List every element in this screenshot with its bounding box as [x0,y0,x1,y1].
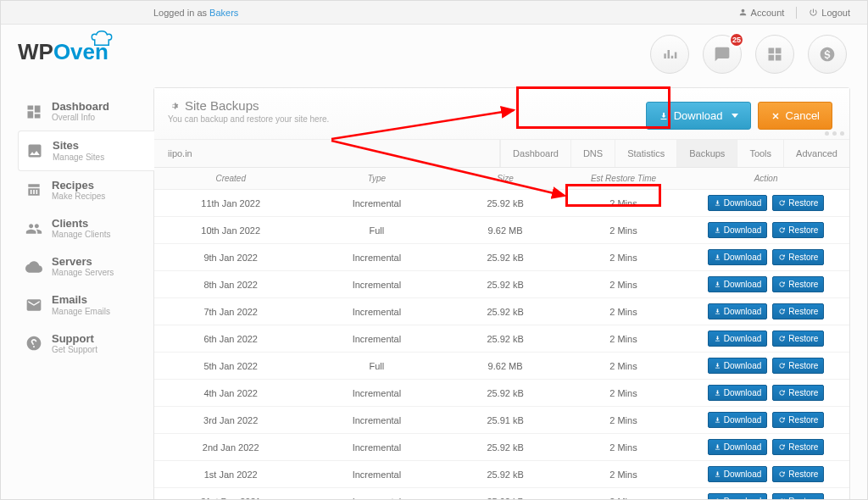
row-download-button[interactable]: Download [708,249,767,265]
cancel-label: Cancel [786,109,820,122]
circle-btn-stats[interactable] [650,35,689,74]
row-restore-button[interactable]: Restore [772,276,824,292]
chefhat-icon [90,29,114,51]
circle-btn-grid[interactable] [755,35,794,74]
download-label: Download [674,109,723,122]
th-time: Est Restore Time [565,168,682,190]
circle-btn-billing[interactable] [808,35,847,74]
cloud-icon [25,258,43,276]
cell-type: Incremental [307,190,446,217]
row-restore-button[interactable]: Restore [772,385,824,401]
row-download-button[interactable]: Download [708,466,767,482]
row-download-button[interactable]: Download [708,331,767,347]
account-link[interactable]: Account [738,8,785,18]
row-download-button[interactable]: Download [708,358,767,374]
cell-size: 9.62 MB [446,353,564,380]
login-username[interactable]: Bakers [209,8,238,18]
row-download-button[interactable]: Download [708,222,767,238]
row-restore-button[interactable]: Restore [772,249,824,265]
cell-action: Download Restore [682,353,849,380]
row-download-button[interactable]: Download [708,493,767,500]
table-row: 7th Jan 2022 Incremental 25.92 kB 2 Mins… [154,298,849,325]
sidebar-item-support[interactable]: SupportGet Support [18,325,153,363]
cell-size: 9.62 MB [446,217,564,244]
cell-size: 25.92 kB [446,380,564,407]
cell-action: Download Restore [682,407,849,434]
cell-type: Incremental [307,434,446,461]
cell-created: 1st Jan 2022 [154,461,307,488]
row-restore-button[interactable]: Restore [772,493,824,500]
sidebar-item-dashboard[interactable]: DashboardOverall Info [18,92,153,131]
tab-advanced[interactable]: Advanced [783,140,849,167]
notif-badge: 25 [729,32,744,47]
cell-type: Incremental [307,461,446,488]
tab-dashboard[interactable]: Dashboard [500,140,570,167]
row-restore-button[interactable]: Restore [772,466,824,482]
download-dropdown-button[interactable]: Download [646,102,751,130]
row-download-button[interactable]: Download [708,412,767,428]
nav-title: Clients [52,218,110,230]
tab-backups[interactable]: Backups [676,140,737,167]
cell-size: 25.92 kB [446,488,564,501]
chat-icon [714,46,731,63]
user-icon [738,8,748,17]
row-restore-button[interactable]: Restore [772,303,824,319]
row-download-button[interactable]: Download [708,303,767,319]
cell-size: 25.92 kB [446,325,564,353]
nav-sub: Manage Emails [52,307,110,316]
sidebar-item-clients[interactable]: ClientsManage Clients [18,209,153,247]
tab-dns[interactable]: DNS [570,140,615,167]
cell-time: 2 Mins [565,244,682,271]
dashboard-icon [25,103,43,121]
th-action: Action [682,168,849,190]
row-restore-button[interactable]: Restore [772,222,824,238]
people-icon [25,219,43,238]
sidebar-item-recipes[interactable]: RecipesMake Recipes [18,171,153,209]
cell-action: Download Restore [682,271,849,298]
cell-time: 2 Mins [565,217,682,244]
th-size: Size [446,168,564,190]
sidebar-item-servers[interactable]: ServersManage Servers [18,247,153,286]
cell-type: Incremental [307,407,446,434]
logo[interactable]: WPOven [18,25,153,75]
cell-size: 25.92 kB [446,271,564,298]
power-icon [809,8,818,17]
topbar: Logged in as Bakers Account Logout [1,1,867,25]
nav-sub: Manage Sites [53,153,104,162]
cell-created: 6th Jan 2022 [154,325,307,353]
sidebar-item-sites[interactable]: SitesManage Sites [18,131,154,170]
gear-icon [168,100,180,112]
row-download-button[interactable]: Download [708,439,767,455]
table-row: 10th Jan 2022 Full 9.62 MB 2 Mins Downlo… [154,217,849,244]
circle-btn-chat[interactable]: 25 [703,35,742,74]
cell-created: 10th Jan 2022 [154,217,307,244]
table-row: 9th Jan 2022 Incremental 25.92 kB 2 Mins… [154,244,849,271]
row-restore-button[interactable]: Restore [772,358,824,374]
row-download-button[interactable]: Download [708,195,767,211]
site-name[interactable]: iipo.in [154,140,500,167]
nav-title: Sites [53,140,104,152]
cell-time: 2 Mins [565,353,682,380]
tab-statistics[interactable]: Statistics [615,140,676,167]
row-restore-button[interactable]: Restore [772,412,824,428]
row-restore-button[interactable]: Restore [772,439,824,455]
logout-link[interactable]: Logout [809,8,850,18]
row-restore-button[interactable]: Restore [772,195,824,211]
site-tabs-bar: iipo.in DashboardDNSStatisticsBackupsToo… [154,140,849,168]
cell-type: Incremental [307,488,446,501]
cell-created: 9th Jan 2022 [154,244,307,271]
nav-sub: Get Support [52,345,97,354]
sidebar-item-emails[interactable]: EmailsManage Emails [18,286,153,324]
row-download-button[interactable]: Download [708,385,767,401]
cell-action: Download Restore [682,217,849,244]
cell-created: 11th Jan 2022 [154,190,307,217]
table-row: 2nd Jan 2022 Incremental 25.92 kB 2 Mins… [154,434,849,461]
account-label: Account [751,8,785,18]
close-icon [771,111,781,121]
cancel-button[interactable]: Cancel [758,102,832,130]
row-download-button[interactable]: Download [708,276,767,292]
nav-sub: Manage Clients [52,230,110,239]
row-restore-button[interactable]: Restore [772,331,824,347]
cell-size: 25.92 kB [446,434,564,461]
tab-tools[interactable]: Tools [737,140,783,167]
